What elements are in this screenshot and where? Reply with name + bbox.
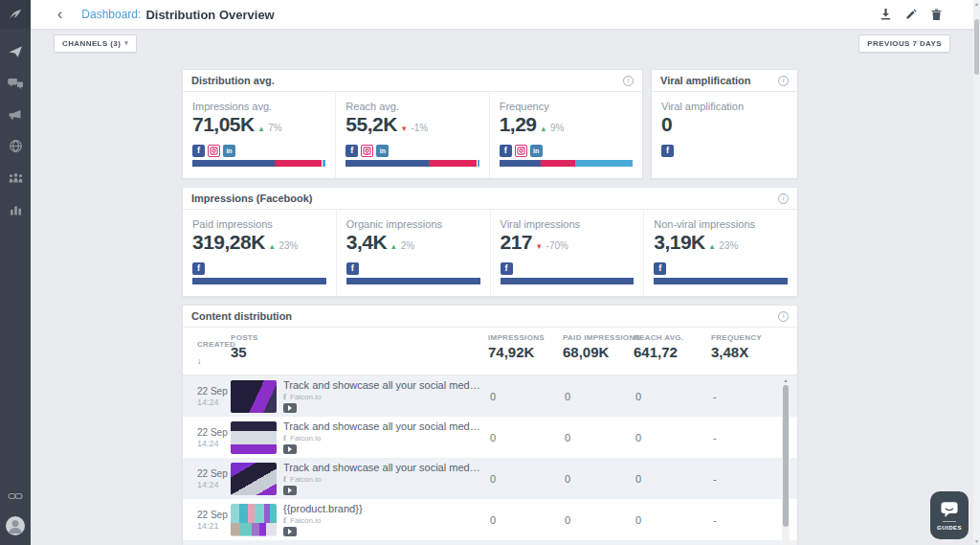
metric-label: Impressions avg. [192, 101, 325, 112]
trend-percent: 2% [401, 240, 414, 251]
facebook-source-icon: f [283, 433, 286, 443]
back-button[interactable]: ‹ [57, 7, 62, 22]
info-icon[interactable]: i [623, 76, 634, 86]
trend-up-icon: ▴ [270, 241, 275, 251]
post-source: Falcon.io [290, 516, 321, 525]
bar-segment-facebook [346, 278, 480, 284]
cell-frequency: - [711, 391, 783, 402]
impressions-total: 74,92K [488, 344, 563, 360]
column-header-impressions[interactable]: IMPRESSIONS [488, 333, 563, 342]
trend-down-icon: ▾ [402, 124, 407, 133]
cell-paid-impressions: 0 [563, 432, 634, 443]
table-row[interactable]: 22 Sep 14:20 {{product.brand}} f Falcon.… [183, 540, 797, 545]
post-date: 22 Sep [197, 468, 231, 479]
column-header-paid-impressions[interactable]: PAID IMPRESSIONS [563, 333, 634, 342]
channel-distribution-bar [500, 160, 633, 167]
cell-frequency: - [711, 432, 783, 443]
impressions-facebook-card: Impressions (Facebook) i Paid impression… [182, 187, 798, 297]
advertise-icon[interactable] [8, 108, 23, 122]
distribution-avg-card: Distribution avg. i Impressions avg. 71,… [182, 69, 643, 179]
trend-up-icon: ▴ [542, 124, 546, 133]
column-header-frequency[interactable]: FREQUENCY [711, 333, 783, 342]
linkedin-icon: in [376, 145, 389, 157]
user-avatar[interactable] [6, 516, 25, 535]
link-icon[interactable] [8, 488, 23, 505]
metric-label: Organic impressions [346, 218, 480, 230]
sort-descending-icon[interactable]: ↓ [197, 356, 202, 366]
post-message[interactable]: Track and showcase all your social media… [283, 379, 482, 391]
table-row[interactable]: 22 Sep 14:21 {{product.brand}} f Falcon.… [183, 499, 797, 540]
listen-icon[interactable] [9, 139, 23, 153]
column-header-posts[interactable]: POSTS [231, 333, 488, 342]
table-row[interactable]: 22 Sep 14:24 Track and showcase all your… [183, 375, 797, 417]
metric-reach-avg: Reach avg. 55,2K ▾ -1% f in [335, 92, 488, 178]
channels-filter-button[interactable]: CHANNELS (3) ▾ [54, 34, 137, 53]
cell-paid-impressions: 0 [563, 473, 634, 485]
post-thumbnail[interactable] [231, 504, 277, 536]
table-row[interactable]: 22 Sep 14:24 Track and showcase all your… [183, 458, 797, 499]
publish-icon[interactable] [8, 44, 23, 59]
post-thumbnail[interactable] [231, 380, 277, 413]
date-range-button[interactable]: PREVIOUS 7 DAYS [858, 34, 950, 53]
post-message[interactable]: Track and showcase all your social media… [283, 420, 482, 432]
dashboard-content: Distribution avg. i Impressions avg. 71,… [182, 69, 798, 545]
content-distribution-card: Content distribution i CREATED ↓ POSTS 3… [182, 305, 798, 545]
metric-value: 217 [501, 231, 533, 254]
scroll-up-icon[interactable]: ▲ [782, 377, 790, 384]
cell-paid-impressions: 0 [563, 391, 634, 402]
table-scrollbar-thumb[interactable] [783, 385, 789, 527]
metric-viral-impressions: Viral impressions 217 ▾ -70% f [490, 210, 644, 296]
metric-label: Non-viral impressions [654, 218, 788, 230]
cell-impressions: 0 [488, 391, 563, 402]
bar-segment-instagram [429, 160, 477, 167]
channels-filter-label: CHANNELS (3) [62, 39, 121, 48]
facebook-icon: f [346, 262, 359, 275]
trend-percent: 9% [550, 123, 564, 133]
channel-distribution-bar [346, 278, 480, 284]
table-row[interactable]: 22 Sep 14:24 Track and showcase all your… [183, 417, 797, 458]
reach-avg-total: 641,72 [634, 344, 711, 360]
cell-reach-avg: 0 [634, 473, 711, 485]
facebook-icon: f [661, 145, 674, 157]
trend-percent: 23% [719, 240, 738, 251]
page-scrollbar[interactable]: ▲ ▼ [973, 0, 980, 545]
metric-nonviral-impressions: Non-viral impressions 3,19K ▴ 23% f [643, 210, 797, 296]
dark-post-icon [283, 486, 297, 495]
engage-icon[interactable] [8, 77, 24, 91]
delete-icon[interactable] [931, 9, 942, 20]
facebook-source-icon: f [283, 392, 286, 401]
frequency-total: 3,48X [711, 344, 783, 360]
metric-paid-impressions: Paid impressions 319,28K ▴ 23% f [183, 210, 336, 296]
falcon-logo[interactable] [0, 0, 31, 29]
trend-percent: 7% [268, 123, 281, 133]
post-time: 14:24 [197, 397, 231, 407]
post-thumbnail[interactable] [231, 463, 277, 495]
facebook-icon: f [654, 262, 666, 275]
paid-impressions-total: 68,09K [563, 344, 634, 360]
breadcrumb[interactable]: Dashboard: [81, 8, 141, 21]
info-icon[interactable]: i [778, 311, 789, 322]
post-message[interactable]: {{product.brand}} [283, 503, 482, 514]
scroll-down-icon[interactable]: ▼ [973, 537, 980, 545]
metric-value: 3,19K [654, 231, 705, 254]
bar-segment-facebook [345, 160, 428, 167]
column-header-reach-avg[interactable]: REACH AVG. [634, 333, 711, 342]
post-thumbnail[interactable] [231, 421, 277, 454]
table-scrollbar[interactable]: ▲ [782, 377, 790, 545]
edit-icon[interactable] [905, 9, 917, 20]
trend-percent: -1% [411, 123, 428, 133]
info-icon[interactable]: i [778, 76, 789, 86]
trend-down-icon: ▾ [537, 241, 542, 251]
metric-value: 0 [661, 113, 672, 136]
post-message[interactable]: Track and showcase all your social media… [283, 462, 482, 473]
guides-widget[interactable]: GUIDES [930, 491, 969, 539]
page-scrollbar-thumb[interactable] [974, 19, 979, 75]
facebook-icon: f [501, 262, 513, 275]
scroll-up-icon[interactable]: ▲ [973, 0, 980, 8]
download-icon[interactable] [880, 9, 891, 20]
info-icon[interactable]: i [778, 193, 789, 204]
metric-impressions-avg: Impressions avg. 71,05K ▴ 7% f in [183, 92, 335, 178]
measure-icon[interactable] [9, 202, 23, 216]
trend-up-icon: ▴ [391, 241, 396, 251]
audience-icon[interactable] [8, 170, 24, 185]
